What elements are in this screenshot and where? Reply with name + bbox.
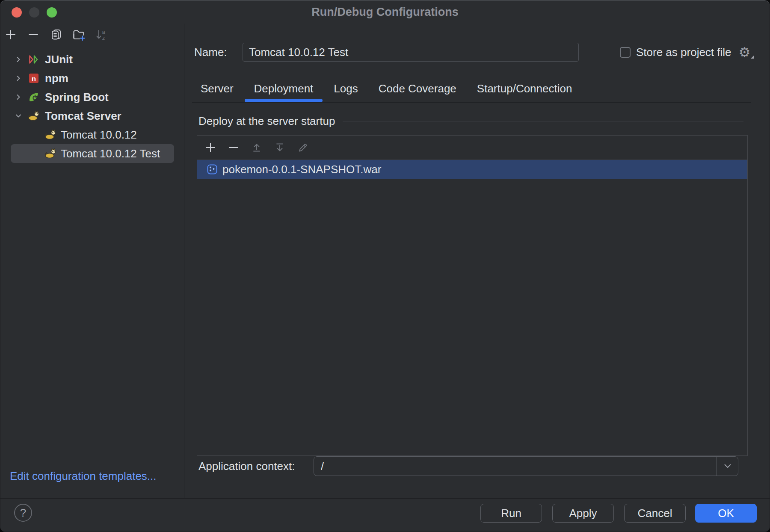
junit-icon	[28, 53, 40, 65]
tree-item-label: npm	[45, 72, 68, 85]
ok-button[interactable]: OK	[695, 504, 757, 523]
deploy-section-title: Deploy at the server startup	[198, 115, 335, 128]
sort-alphabetically-icon: a z	[95, 28, 108, 41]
tree-item-npm[interactable]: n npm	[11, 69, 174, 88]
svg-text:z: z	[102, 35, 105, 41]
configurations-sidebar: a z JUnit	[0, 24, 184, 498]
run-button[interactable]: Run	[480, 504, 542, 523]
tomcat-icon	[44, 129, 56, 141]
npm-icon: n	[28, 72, 40, 84]
chevron-right-icon[interactable]	[14, 55, 23, 64]
svg-text:a: a	[102, 29, 105, 35]
configurations-tree: JUnit n npm	[0, 50, 184, 163]
list-item-artifact[interactable]: pokemon-0.0.1-SNAPSHOT.war	[197, 160, 747, 179]
tab-startup-connection[interactable]: Startup/Connection	[477, 75, 572, 102]
gear-icon[interactable]: ⚙	[739, 46, 751, 59]
chevron-right-icon[interactable]	[14, 74, 23, 83]
new-folder-icon[interactable]	[72, 28, 85, 41]
deploy-artifacts-panel: pokemon-0.0.1-SNAPSHOT.war	[197, 135, 748, 456]
tabs-separator	[192, 102, 751, 103]
minimize-window-button[interactable]	[29, 7, 39, 18]
chevron-down-icon[interactable]	[717, 457, 738, 476]
edit-icon	[297, 142, 309, 154]
tree-item-label: JUnit	[45, 53, 73, 66]
application-context-input[interactable]	[314, 457, 717, 476]
edit-templates-link[interactable]: Edit configuration templates...	[10, 470, 157, 483]
apply-button[interactable]: Apply	[552, 504, 614, 523]
tree-item-tomcat-10-0-12-test[interactable]: Tomcat 10.0.12 Test	[11, 144, 174, 163]
tomcat-icon	[44, 148, 56, 160]
tab-code-coverage[interactable]: Code Coverage	[379, 75, 456, 102]
run-debug-configurations-dialog: Run/Debug Configurations	[0, 0, 770, 532]
sidebar-toolbar: a z	[0, 24, 184, 46]
tree-item-spring-boot[interactable]: Spring Boot	[11, 88, 174, 106]
section-divider	[343, 121, 743, 121]
deploy-toolbar	[197, 136, 747, 160]
store-as-project-file: Store as project file ⚙	[620, 43, 750, 62]
chevron-right-icon[interactable]	[14, 93, 23, 101]
store-as-project-file-label: Store as project file	[636, 46, 732, 59]
deploy-artifacts-list: pokemon-0.0.1-SNAPSHOT.war	[197, 160, 747, 455]
move-down-icon	[274, 142, 286, 154]
tab-server[interactable]: Server	[201, 75, 234, 102]
deploy-section-header: Deploy at the server startup	[198, 114, 743, 128]
window-title: Run/Debug Configurations	[0, 0, 770, 24]
cancel-button[interactable]: Cancel	[624, 504, 686, 523]
tree-item-label: Tomcat 10.0.12 Test	[61, 147, 160, 160]
remove-icon[interactable]	[228, 142, 240, 154]
svg-text:n: n	[32, 75, 36, 83]
name-input[interactable]	[243, 43, 579, 62]
tab-deployment[interactable]: Deployment	[254, 75, 314, 102]
tree-item-label: Tomcat 10.0.12	[61, 128, 137, 142]
dialog-footer: ? Run Apply Cancel OK	[0, 498, 770, 532]
store-as-project-file-checkbox[interactable]	[620, 47, 631, 58]
add-icon[interactable]	[4, 28, 17, 41]
help-button[interactable]: ?	[14, 504, 32, 522]
zoom-window-button[interactable]	[47, 7, 57, 18]
spring-boot-icon	[28, 91, 40, 103]
add-icon[interactable]	[204, 142, 216, 154]
tree-item-label: Tomcat Server	[45, 109, 121, 123]
tomcat-icon	[28, 110, 40, 122]
chevron-down-icon[interactable]	[14, 112, 23, 120]
application-context-label: Application context:	[198, 456, 295, 476]
titlebar: Run/Debug Configurations	[0, 0, 770, 24]
configuration-editor: Name: Store as project file ⚙ Server Dep…	[184, 24, 770, 498]
tab-logs[interactable]: Logs	[334, 75, 358, 102]
tree-item-label: Spring Boot	[45, 91, 109, 104]
artifact-name: pokemon-0.0.1-SNAPSHOT.war	[222, 163, 381, 176]
configuration-tabs: Server Deployment Logs Code Coverage Sta…	[201, 75, 572, 102]
remove-icon[interactable]	[27, 28, 40, 41]
application-context-combobox	[314, 456, 738, 476]
tree-item-tomcat-server[interactable]: Tomcat Server	[11, 106, 174, 125]
tree-item-junit[interactable]: JUnit	[11, 50, 174, 69]
copy-icon[interactable]	[50, 28, 62, 41]
move-up-icon	[251, 142, 263, 154]
close-window-button[interactable]	[12, 7, 22, 18]
tree-item-tomcat-10-0-12[interactable]: Tomcat 10.0.12	[11, 125, 174, 144]
traffic-lights	[12, 7, 57, 18]
artifact-icon	[206, 163, 218, 175]
name-label: Name:	[194, 43, 227, 62]
